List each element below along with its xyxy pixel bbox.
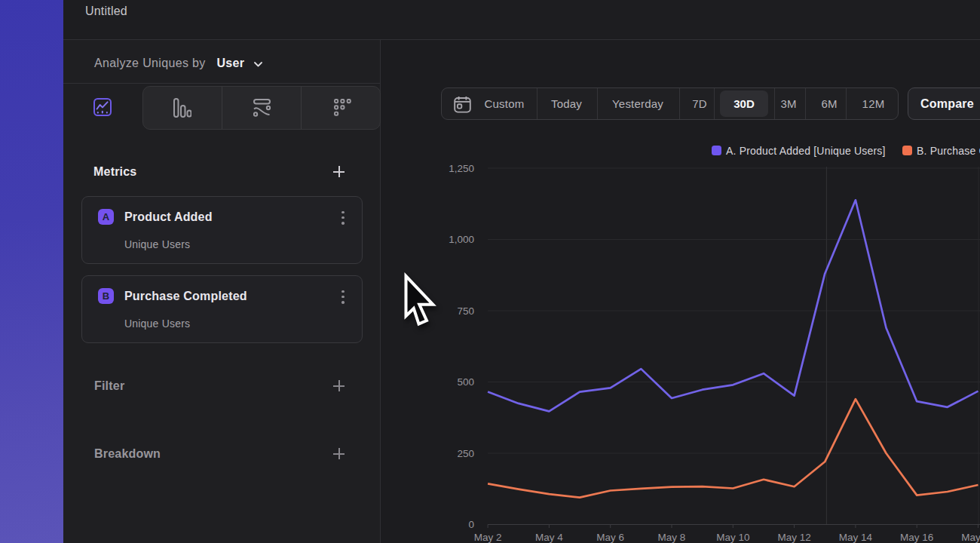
svg-text:250: 250 — [457, 448, 474, 459]
svg-text:May 18: May 18 — [961, 532, 980, 543]
svg-text:1,250: 1,250 — [449, 163, 474, 174]
svg-text:May 6: May 6 — [596, 532, 624, 543]
svg-text:1,000: 1,000 — [449, 234, 474, 245]
svg-text:May 2: May 2 — [474, 532, 502, 543]
svg-text:May 10: May 10 — [716, 532, 749, 543]
svg-text:May 12: May 12 — [777, 532, 810, 543]
svg-text:May 4: May 4 — [535, 532, 563, 543]
svg-text:750: 750 — [457, 305, 474, 317]
svg-text:500: 500 — [457, 376, 474, 388]
svg-text:May 8: May 8 — [658, 532, 686, 543]
svg-text:0: 0 — [468, 519, 474, 530]
svg-text:May 14: May 14 — [839, 532, 873, 543]
svg-text:May 16: May 16 — [900, 532, 933, 543]
